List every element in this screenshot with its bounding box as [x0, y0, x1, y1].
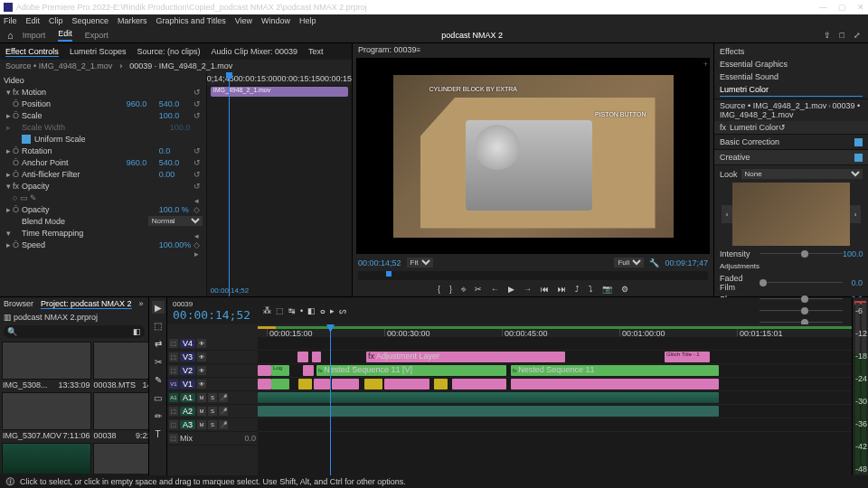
- clip[interactable]: [258, 365, 271, 376]
- track-v4[interactable]: V4: [180, 339, 195, 348]
- close-button[interactable]: ✕: [857, 3, 864, 12]
- go-in-button[interactable]: ⏮: [541, 285, 549, 294]
- tab-essential-sound[interactable]: Essential Sound: [720, 70, 863, 83]
- fit-select[interactable]: Fit: [407, 258, 433, 267]
- lumetri-effect-name[interactable]: Lumetri Color: [730, 123, 778, 132]
- selection-tool[interactable]: ▶: [152, 301, 165, 314]
- timeline-tracks[interactable]: 00:00:15:00 00:00:30:00 00:00:45:00 00:0…: [258, 324, 852, 486]
- home-icon[interactable]: ⌂: [7, 30, 14, 41]
- tab-effects[interactable]: Effects: [720, 45, 863, 58]
- sharpen-slider[interactable]: [760, 298, 843, 300]
- type-tool[interactable]: T: [152, 427, 165, 440]
- prev-look-button[interactable]: ‹: [722, 205, 732, 223]
- project-item[interactable]: 00038.MTS14:36: [93, 342, 148, 390]
- linked-sel-icon[interactable]: ⬚: [276, 306, 284, 315]
- menu-window[interactable]: Window: [261, 16, 290, 25]
- extract-button[interactable]: ⤴: [575, 285, 580, 294]
- clip-nested[interactable]: fx Nested Sequence 11: [511, 365, 719, 376]
- project-item[interactable]: 00039.MTS9:21:47: [93, 443, 148, 474]
- workspace-edit[interactable]: Edit: [58, 29, 72, 42]
- source-timecode[interactable]: 00:00:14;52: [211, 286, 249, 295]
- pen-tool[interactable]: ▭: [152, 391, 165, 404]
- project-item[interactable]: IMG_5307.MOV7:11:06: [2, 392, 91, 441]
- play-button[interactable]: ▶: [508, 285, 514, 294]
- tab-audio-mixer[interactable]: Audio Clip Mixer: 00039: [211, 47, 297, 56]
- clip-glitch[interactable]: Glitch Title - 1: [665, 352, 710, 362]
- overwrite-button[interactable]: ⤵: [589, 285, 593, 294]
- clip[interactable]: [298, 379, 312, 389]
- menu-edit[interactable]: Edit: [26, 16, 41, 25]
- audio-meter[interactable]: -6 -12 -18 -24 -30 -36 -42 -48: [852, 297, 868, 486]
- menu-sequence[interactable]: Sequence: [72, 16, 109, 25]
- track-select-tool[interactable]: ⬚: [152, 319, 165, 332]
- menu-clip[interactable]: Clip: [49, 16, 63, 25]
- hand-tool[interactable]: ✏: [152, 409, 165, 422]
- clip[interactable]: [297, 352, 308, 362]
- bin-icon[interactable]: ▥: [4, 313, 12, 322]
- tab-text[interactable]: Text: [308, 47, 324, 56]
- clip[interactable]: [332, 379, 359, 389]
- clip-log[interactable]: Log: [271, 365, 289, 376]
- timeline-ruler[interactable]: 00:00:15:00 00:00:30:00 00:00:45:00 00:0…: [258, 324, 852, 337]
- add-marker-icon[interactable]: +: [703, 60, 708, 69]
- saturation-slider[interactable]: [760, 322, 843, 324]
- settings-icon[interactable]: •: [300, 306, 303, 315]
- step-forward-button[interactable]: →: [524, 285, 532, 294]
- tab-essential-graphics[interactable]: Essential Graphics: [720, 58, 863, 70]
- menu-file[interactable]: File: [4, 16, 17, 25]
- vibrance-slider[interactable]: [760, 310, 843, 312]
- share-icon[interactable]: □: [840, 31, 844, 40]
- ec-clip[interactable]: IMG_4948_2_1.mov: [211, 87, 348, 97]
- timeline-timecode[interactable]: 00:00:14;52: [173, 308, 250, 322]
- track-v1[interactable]: V1: [180, 380, 195, 389]
- razor-tool[interactable]: ✂: [152, 355, 165, 368]
- track-a3[interactable]: A3: [180, 420, 195, 429]
- workspace-export[interactable]: Export: [85, 31, 108, 40]
- group-time-remap[interactable]: Time Remapping: [22, 229, 203, 238]
- audio-clip[interactable]: [258, 406, 719, 417]
- intensity-slider[interactable]: [760, 253, 843, 255]
- ec-mini-timeline[interactable]: 0;14;45 00:00:15:00 00:00:15:15 00:00:15…: [206, 72, 352, 296]
- tab-browser[interactable]: Browser: [4, 299, 33, 309]
- faded-film-slider[interactable]: [760, 282, 843, 284]
- workspace-import[interactable]: Import: [23, 31, 46, 40]
- group-opacity[interactable]: Opacity: [22, 182, 192, 191]
- export-frame-button[interactable]: 📷: [602, 285, 612, 294]
- info-icon[interactable]: ⓘ: [5, 477, 14, 486]
- timeline-playhead[interactable]: [330, 324, 331, 486]
- menu-help[interactable]: Help: [299, 16, 316, 25]
- blend-mode-select[interactable]: Normal: [148, 216, 203, 226]
- project-item[interactable]: IMG_5308...13:33:09: [2, 342, 91, 390]
- clip[interactable]: [511, 379, 719, 389]
- next-look-button[interactable]: ›: [850, 205, 861, 223]
- mark-in-button[interactable]: {: [438, 285, 440, 294]
- clip[interactable]: [271, 379, 289, 389]
- track-v3[interactable]: V3: [180, 352, 195, 361]
- clip[interactable]: [258, 379, 271, 389]
- project-search[interactable]: 🔍◧: [4, 325, 145, 338]
- project-item[interactable]: WhatsAp...13:10:04:528: [2, 443, 91, 474]
- minimize-button[interactable]: —: [819, 3, 827, 12]
- clip-adjustment-layer[interactable]: fx Adjustment Layer: [366, 352, 565, 362]
- audio-clip[interactable]: [258, 392, 719, 403]
- sequence-name[interactable]: 00039: [173, 300, 250, 308]
- clip[interactable]: [384, 379, 429, 389]
- program-scrubber[interactable]: [358, 271, 708, 280]
- look-select[interactable]: None: [741, 169, 863, 179]
- track-mix[interactable]: Mix: [180, 434, 193, 443]
- menu-view[interactable]: View: [235, 16, 252, 25]
- clip[interactable]: [364, 379, 382, 389]
- tab-lumetri-color[interactable]: Lumetri Color: [720, 83, 863, 97]
- tab-lumetri-scopes[interactable]: Lumetri Scopes: [70, 47, 127, 56]
- insert-button[interactable]: ⎆: [461, 285, 466, 294]
- program-tc-in[interactable]: 00:00:14;52: [358, 258, 401, 267]
- menu-markers[interactable]: Markers: [118, 16, 147, 25]
- project-item[interactable]: 000389:21:47: [93, 392, 148, 441]
- uniform-scale-checkbox[interactable]: [22, 135, 31, 144]
- ripple-tool[interactable]: ⇄: [152, 337, 165, 350]
- track-a2[interactable]: A2: [180, 407, 195, 416]
- tab-effect-controls[interactable]: Effect Controls: [5, 47, 59, 57]
- lift-button[interactable]: ✂: [475, 285, 482, 294]
- go-out-button[interactable]: ⏭: [558, 285, 566, 294]
- zoom-select[interactable]: Full: [614, 258, 644, 267]
